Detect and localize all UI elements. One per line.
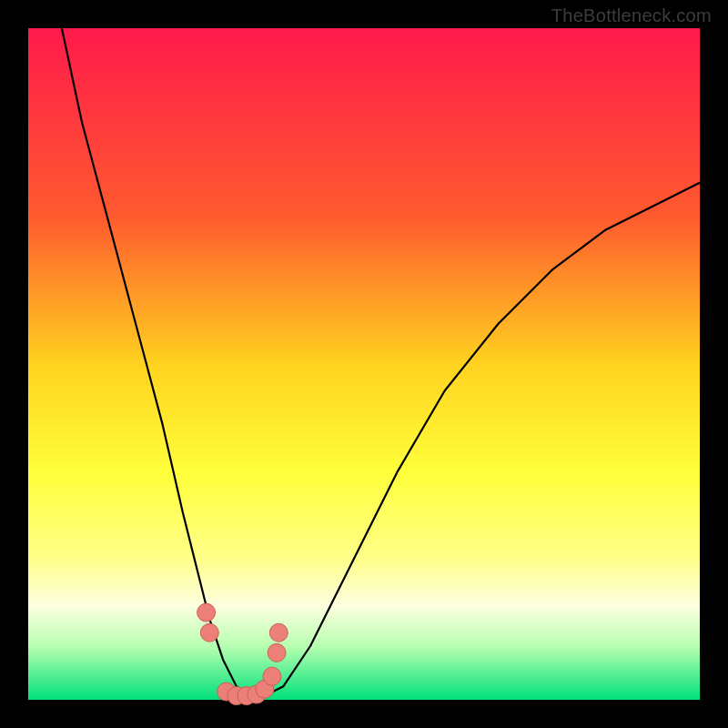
watermark-text: TheBottleneck.com	[551, 5, 712, 26]
curve-marker	[268, 643, 286, 662]
curve-marker	[263, 667, 281, 685]
curve-marker	[200, 623, 218, 642]
outer-frame: TheBottleneck.com	[0, 0, 728, 728]
curve-marker	[269, 623, 288, 642]
curve-marker	[197, 603, 216, 622]
plot-background	[28, 28, 700, 700]
bottleneck-chart	[0, 0, 728, 728]
